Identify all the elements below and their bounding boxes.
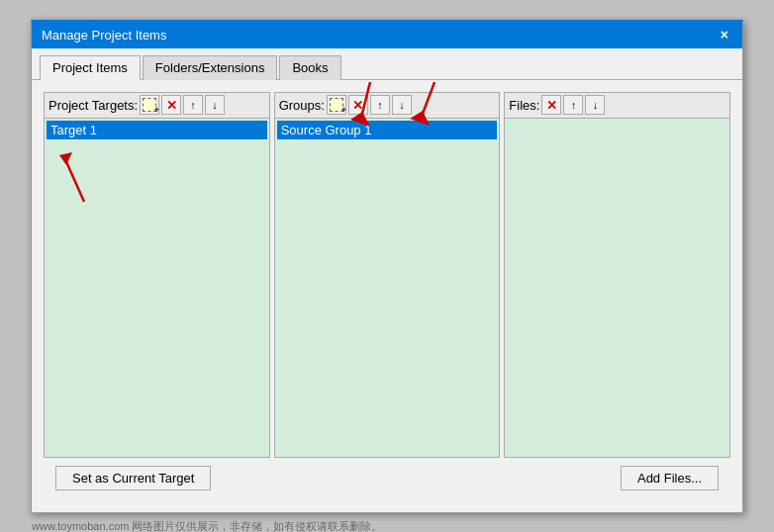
files-header: Files: ✕ ↑ ↓ (505, 93, 729, 119)
targets-header: Project Targets: ✕ ↑ ↓ (45, 93, 269, 119)
files-up-icon: ↑ (571, 99, 577, 111)
files-up-button[interactable]: ↑ (563, 95, 583, 115)
files-label: Files: (509, 98, 539, 113)
targets-list: Target 1 (45, 119, 269, 457)
dialog-footer: Set as Current Target Add Files... (44, 458, 730, 500)
groups-delete-icon: ✕ (352, 98, 363, 113)
footer-right: Add Files... (621, 466, 719, 490)
groups-list: Source Group 1 (275, 119, 500, 457)
groups-up-button[interactable]: ↑ (370, 95, 390, 115)
groups-down-button[interactable]: ↓ (392, 95, 412, 115)
set-current-target-button[interactable]: Set as Current Target (55, 466, 211, 490)
targets-down-button[interactable]: ↓ (205, 95, 225, 115)
targets-up-button[interactable]: ↑ (183, 95, 203, 115)
targets-up-icon: ↑ (190, 99, 196, 111)
title-bar: Manage Project Items × (32, 22, 742, 48)
files-down-button[interactable]: ↓ (585, 95, 605, 115)
dialog-window: Manage Project Items × Project Items Fol… (31, 20, 743, 513)
tab-books[interactable]: Books (279, 55, 340, 80)
tab-project-items[interactable]: Project Items (40, 55, 141, 80)
groups-column: Groups: ✕ ↑ ↓ (274, 92, 501, 458)
list-item[interactable]: Source Group 1 (277, 121, 498, 139)
list-item[interactable]: Target 1 (47, 121, 267, 139)
groups-new-icon (330, 98, 343, 112)
target-arrow-annotation (54, 147, 104, 207)
targets-down-icon: ↓ (212, 99, 218, 111)
targets-delete-icon: ✕ (166, 98, 177, 113)
files-down-icon: ↓ (593, 99, 599, 111)
groups-down-icon: ↓ (399, 99, 405, 111)
files-list (505, 119, 729, 457)
tab-folders-extensions[interactable]: Folders/Extensions (143, 55, 278, 80)
groups-header: Groups: ✕ ↑ ↓ (275, 93, 500, 119)
watermark: www.toymoban.com 网络图片仅供展示，非存储，如有侵权请联系删除。 (32, 519, 382, 533)
targets-label: Project Targets: (48, 98, 138, 113)
targets-delete-button[interactable]: ✕ (161, 95, 181, 115)
targets-new-icon (143, 98, 156, 112)
dialog-body: Project Targets: ✕ ↑ ↓ (32, 80, 742, 512)
footer-left: Set as Current Target (55, 466, 211, 490)
add-files-button[interactable]: Add Files... (621, 466, 719, 490)
files-delete-button[interactable]: ✕ (541, 95, 561, 115)
targets-column: Project Targets: ✕ ↑ ↓ (44, 92, 270, 458)
dialog-title: Manage Project Items (42, 28, 166, 43)
tab-bar: Project Items Folders/Extensions Books (32, 48, 742, 80)
files-delete-icon: ✕ (546, 98, 557, 113)
groups-delete-button[interactable]: ✕ (348, 95, 368, 115)
groups-up-icon: ↑ (377, 99, 383, 111)
svg-line-4 (64, 157, 84, 202)
svg-marker-5 (59, 152, 72, 165)
groups-add-button[interactable] (327, 95, 346, 115)
groups-label: Groups: (279, 98, 325, 113)
targets-add-button[interactable] (140, 95, 159, 115)
files-column: Files: ✕ ↑ ↓ (504, 92, 730, 458)
columns-container: Project Targets: ✕ ↑ ↓ (44, 92, 730, 458)
close-button[interactable]: × (717, 28, 732, 42)
